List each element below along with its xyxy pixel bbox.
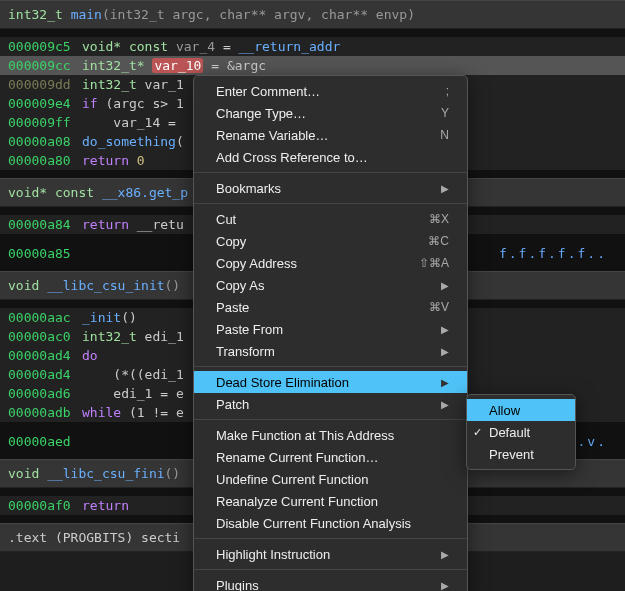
address: 000009dd	[8, 77, 82, 92]
address: 00000a80	[8, 153, 82, 168]
menu-separator	[194, 366, 467, 367]
address: 00000ad6	[8, 386, 82, 401]
menu-item-undefine-current-function[interactable]: Undefine Current Function	[194, 468, 467, 490]
menu-item-copy[interactable]: Copy⌘C	[194, 230, 467, 252]
menu-separator	[194, 203, 467, 204]
address: 00000ad4	[8, 348, 82, 363]
shortcut: ⌘C	[428, 234, 449, 248]
address: 000009e4	[8, 96, 82, 111]
code-line[interactable]: 000009c5void* const var_4 = __return_add…	[0, 37, 625, 56]
menu-separator	[194, 172, 467, 173]
menu-separator	[194, 569, 467, 570]
menu-separator	[194, 538, 467, 539]
shortcut: ⇧⌘A	[419, 256, 449, 270]
shortcut: N	[440, 128, 449, 142]
menu-item-dead-store-elimination[interactable]: Dead Store Elimination▶	[194, 371, 467, 393]
chevron-right-icon: ▶	[441, 183, 449, 194]
menu-item-transform[interactable]: Transform▶	[194, 340, 467, 362]
chevron-right-icon: ▶	[441, 280, 449, 291]
menu-item-copy-as[interactable]: Copy As▶	[194, 274, 467, 296]
shortcut: ⌘V	[429, 300, 449, 314]
chevron-right-icon: ▶	[441, 346, 449, 357]
menu-item-cut[interactable]: Cut⌘X	[194, 208, 467, 230]
address: 000009cc	[8, 58, 82, 73]
chevron-right-icon: ▶	[441, 399, 449, 410]
menu-item-disable-current-function-analysis[interactable]: Disable Current Function Analysis	[194, 512, 467, 534]
address: 00000ad4	[8, 367, 82, 382]
menu-item-rename-current-function[interactable]: Rename Current Function…	[194, 446, 467, 468]
menu-item-rename-variable[interactable]: Rename Variable…N	[194, 124, 467, 146]
menu-item-make-function-at-this-address[interactable]: Make Function at This Address	[194, 424, 467, 446]
menu-item-enter-comment[interactable]: Enter Comment…;	[194, 80, 467, 102]
menu-item-change-type[interactable]: Change Type…Y	[194, 102, 467, 124]
chevron-right-icon: ▶	[441, 549, 449, 560]
address: 000009c5	[8, 39, 82, 54]
address: 00000ac0	[8, 329, 82, 344]
menu-item-copy-address[interactable]: Copy Address⇧⌘A	[194, 252, 467, 274]
menu-item-paste-from[interactable]: Paste From▶	[194, 318, 467, 340]
menu-item-paste[interactable]: Paste⌘V	[194, 296, 467, 318]
menu-item-patch[interactable]: Patch▶	[194, 393, 467, 415]
context-menu[interactable]: Enter Comment…;Change Type…YRename Varia…	[193, 75, 468, 591]
shortcut: ⌘X	[429, 212, 449, 226]
submenu-item-prevent[interactable]: Prevent	[467, 443, 575, 465]
menu-item-add-cross-reference-to[interactable]: Add Cross Reference to…	[194, 146, 467, 168]
check-icon: ✓	[473, 426, 482, 439]
menu-item-bookmarks[interactable]: Bookmarks▶	[194, 177, 467, 199]
chevron-right-icon: ▶	[441, 377, 449, 388]
shortcut: Y	[441, 106, 449, 120]
menu-item-reanalyze-current-function[interactable]: Reanalyze Current Function	[194, 490, 467, 512]
menu-item-plugins[interactable]: Plugins▶	[194, 574, 467, 591]
chevron-right-icon: ▶	[441, 580, 449, 591]
menu-separator	[194, 419, 467, 420]
address: 00000aac	[8, 310, 82, 325]
menu-item-highlight-instruction[interactable]: Highlight Instruction▶	[194, 543, 467, 565]
code-line[interactable]: 000009ccint32_t* var_10 = &argc	[0, 56, 625, 75]
submenu-dead-store[interactable]: Allow✓DefaultPrevent	[466, 394, 576, 470]
chevron-right-icon: ▶	[441, 324, 449, 335]
address: 00000a08	[8, 134, 82, 149]
function-signature-main: int32_t main(int32_t argc, char** argv, …	[0, 0, 625, 29]
submenu-item-allow[interactable]: Allow	[467, 399, 575, 421]
submenu-item-default[interactable]: ✓Default	[467, 421, 575, 443]
address: 00000adb	[8, 405, 82, 420]
shortcut: ;	[446, 84, 449, 98]
address: 000009ff	[8, 115, 82, 130]
